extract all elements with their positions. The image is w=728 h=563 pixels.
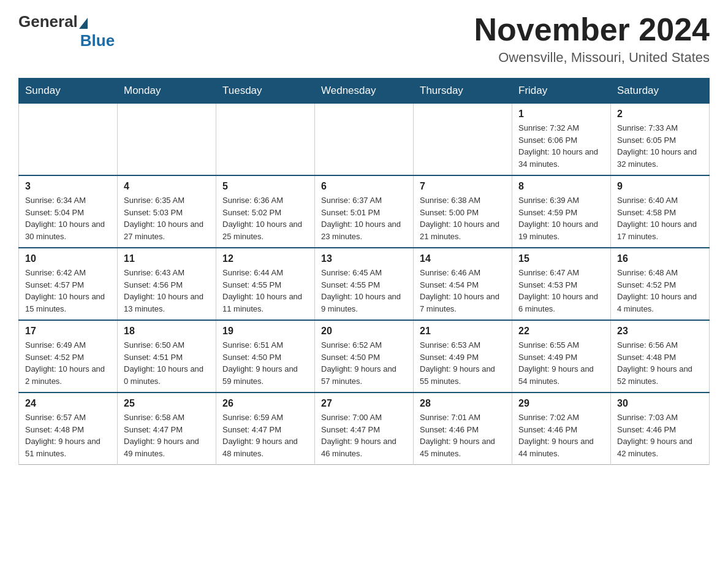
calendar-cell: 1Sunrise: 7:32 AMSunset: 6:06 PMDaylight… bbox=[512, 104, 611, 176]
calendar-cell: 12Sunrise: 6:44 AMSunset: 4:55 PMDayligh… bbox=[216, 248, 315, 320]
calendar-cell: 11Sunrise: 6:43 AMSunset: 4:56 PMDayligh… bbox=[118, 248, 216, 320]
day-info: Sunrise: 6:55 AMSunset: 4:49 PMDaylight:… bbox=[518, 339, 604, 387]
day-info: Sunrise: 7:33 AMSunset: 6:05 PMDaylight:… bbox=[617, 122, 703, 170]
day-number: 14 bbox=[420, 253, 506, 264]
col-wednesday: Wednesday bbox=[315, 79, 414, 104]
calendar-cell: 30Sunrise: 7:03 AMSunset: 4:46 PMDayligh… bbox=[611, 393, 710, 465]
title-block: November 2024 Owensville, Missouri, Unit… bbox=[474, 12, 710, 66]
calendar-week-row: 3Sunrise: 6:34 AMSunset: 5:04 PMDaylight… bbox=[19, 175, 710, 248]
location-title: Owensville, Missouri, United States bbox=[474, 50, 710, 66]
day-info: Sunrise: 6:36 AMSunset: 5:02 PMDaylight:… bbox=[222, 194, 308, 242]
day-info: Sunrise: 6:47 AMSunset: 4:53 PMDaylight:… bbox=[518, 267, 604, 315]
day-number: 29 bbox=[518, 398, 604, 409]
col-friday: Friday bbox=[512, 79, 611, 104]
day-info: Sunrise: 6:50 AMSunset: 4:51 PMDaylight:… bbox=[124, 339, 210, 387]
day-info: Sunrise: 6:59 AMSunset: 4:47 PMDaylight:… bbox=[222, 412, 308, 459]
day-info: Sunrise: 6:43 AMSunset: 4:56 PMDaylight:… bbox=[124, 267, 210, 315]
day-info: Sunrise: 7:32 AMSunset: 6:06 PMDaylight:… bbox=[518, 122, 604, 170]
calendar-cell: 21Sunrise: 6:53 AMSunset: 4:49 PMDayligh… bbox=[414, 320, 512, 393]
day-number: 28 bbox=[420, 398, 506, 409]
day-info: Sunrise: 6:51 AMSunset: 4:50 PMDaylight:… bbox=[222, 339, 308, 387]
page-header: General General Blue November 2024 Owens… bbox=[18, 12, 710, 66]
calendar-cell bbox=[414, 104, 512, 176]
day-number: 21 bbox=[420, 326, 506, 337]
day-number: 25 bbox=[124, 398, 210, 409]
calendar-week-row: 17Sunrise: 6:49 AMSunset: 4:52 PMDayligh… bbox=[19, 320, 710, 393]
calendar-cell: 29Sunrise: 7:02 AMSunset: 4:46 PMDayligh… bbox=[512, 393, 611, 465]
calendar-cell: 4Sunrise: 6:35 AMSunset: 5:03 PMDaylight… bbox=[118, 175, 216, 248]
calendar-cell: 25Sunrise: 6:58 AMSunset: 4:47 PMDayligh… bbox=[118, 393, 216, 465]
calendar-cell: 2Sunrise: 7:33 AMSunset: 6:05 PMDaylight… bbox=[611, 104, 710, 176]
day-number: 27 bbox=[321, 398, 407, 409]
col-sunday: Sunday bbox=[19, 79, 118, 104]
logo: General General Blue bbox=[18, 12, 115, 50]
logo-arrow-icon bbox=[79, 18, 88, 29]
day-info: Sunrise: 6:53 AMSunset: 4:49 PMDaylight:… bbox=[420, 339, 506, 387]
day-number: 7 bbox=[420, 181, 506, 192]
day-info: Sunrise: 6:42 AMSunset: 4:57 PMDaylight:… bbox=[25, 267, 111, 315]
logo-general-text: General bbox=[18, 12, 78, 31]
calendar-cell: 20Sunrise: 6:52 AMSunset: 4:50 PMDayligh… bbox=[315, 320, 414, 393]
day-info: Sunrise: 6:35 AMSunset: 5:03 PMDaylight:… bbox=[124, 194, 210, 242]
calendar-cell: 22Sunrise: 6:55 AMSunset: 4:49 PMDayligh… bbox=[512, 320, 611, 393]
day-info: Sunrise: 6:46 AMSunset: 4:54 PMDaylight:… bbox=[420, 267, 506, 315]
day-number: 22 bbox=[518, 326, 604, 337]
day-number: 15 bbox=[518, 253, 604, 264]
calendar-cell: 5Sunrise: 6:36 AMSunset: 5:02 PMDaylight… bbox=[216, 175, 315, 248]
calendar-cell: 6Sunrise: 6:37 AMSunset: 5:01 PMDaylight… bbox=[315, 175, 414, 248]
day-info: Sunrise: 6:39 AMSunset: 4:59 PMDaylight:… bbox=[518, 194, 604, 242]
day-number: 17 bbox=[25, 326, 111, 337]
day-info: Sunrise: 6:49 AMSunset: 4:52 PMDaylight:… bbox=[25, 339, 111, 387]
day-info: Sunrise: 6:58 AMSunset: 4:47 PMDaylight:… bbox=[124, 412, 210, 459]
day-number: 20 bbox=[321, 326, 407, 337]
day-number: 9 bbox=[617, 181, 703, 192]
day-number: 16 bbox=[617, 253, 703, 264]
day-number: 6 bbox=[321, 181, 407, 192]
day-info: Sunrise: 7:02 AMSunset: 4:46 PMDaylight:… bbox=[518, 412, 604, 459]
day-number: 13 bbox=[321, 253, 407, 264]
calendar-cell bbox=[118, 104, 216, 176]
calendar-cell: 27Sunrise: 7:00 AMSunset: 4:47 PMDayligh… bbox=[315, 393, 414, 465]
col-saturday: Saturday bbox=[611, 79, 710, 104]
day-number: 2 bbox=[617, 109, 703, 120]
day-number: 19 bbox=[222, 326, 308, 337]
calendar-cell: 19Sunrise: 6:51 AMSunset: 4:50 PMDayligh… bbox=[216, 320, 315, 393]
day-info: Sunrise: 6:56 AMSunset: 4:48 PMDaylight:… bbox=[617, 339, 703, 387]
calendar-cell: 10Sunrise: 6:42 AMSunset: 4:57 PMDayligh… bbox=[19, 248, 118, 320]
calendar-cell: 14Sunrise: 6:46 AMSunset: 4:54 PMDayligh… bbox=[414, 248, 512, 320]
day-number: 8 bbox=[518, 181, 604, 192]
day-number: 24 bbox=[25, 398, 111, 409]
day-number: 12 bbox=[222, 253, 308, 264]
day-info: Sunrise: 6:40 AMSunset: 4:58 PMDaylight:… bbox=[617, 194, 703, 242]
calendar-week-row: 10Sunrise: 6:42 AMSunset: 4:57 PMDayligh… bbox=[19, 248, 710, 320]
calendar-cell: 3Sunrise: 6:34 AMSunset: 5:04 PMDaylight… bbox=[19, 175, 118, 248]
logo-blue-text: Blue bbox=[80, 31, 115, 50]
day-number: 26 bbox=[222, 398, 308, 409]
day-info: Sunrise: 6:45 AMSunset: 4:55 PMDaylight:… bbox=[321, 267, 407, 315]
calendar-cell: 13Sunrise: 6:45 AMSunset: 4:55 PMDayligh… bbox=[315, 248, 414, 320]
day-number: 5 bbox=[222, 181, 308, 192]
col-tuesday: Tuesday bbox=[216, 79, 315, 104]
day-info: Sunrise: 6:52 AMSunset: 4:50 PMDaylight:… bbox=[321, 339, 407, 387]
day-info: Sunrise: 6:34 AMSunset: 5:04 PMDaylight:… bbox=[25, 194, 111, 242]
calendar-week-row: 1Sunrise: 7:32 AMSunset: 6:06 PMDaylight… bbox=[19, 104, 710, 176]
day-number: 11 bbox=[124, 253, 210, 264]
day-info: Sunrise: 6:57 AMSunset: 4:48 PMDaylight:… bbox=[25, 412, 111, 459]
calendar-cell bbox=[216, 104, 315, 176]
calendar-header-row: Sunday Monday Tuesday Wednesday Thursday… bbox=[19, 79, 710, 104]
calendar-cell: 17Sunrise: 6:49 AMSunset: 4:52 PMDayligh… bbox=[19, 320, 118, 393]
calendar-cell bbox=[19, 104, 118, 176]
calendar-cell bbox=[315, 104, 414, 176]
calendar-cell: 15Sunrise: 6:47 AMSunset: 4:53 PMDayligh… bbox=[512, 248, 611, 320]
day-number: 18 bbox=[124, 326, 210, 337]
calendar-cell: 24Sunrise: 6:57 AMSunset: 4:48 PMDayligh… bbox=[19, 393, 118, 465]
day-info: Sunrise: 6:38 AMSunset: 5:00 PMDaylight:… bbox=[420, 194, 506, 242]
calendar-cell: 23Sunrise: 6:56 AMSunset: 4:48 PMDayligh… bbox=[611, 320, 710, 393]
day-number: 30 bbox=[617, 398, 703, 409]
day-info: Sunrise: 6:48 AMSunset: 4:52 PMDaylight:… bbox=[617, 267, 703, 315]
col-monday: Monday bbox=[118, 79, 216, 104]
calendar-cell: 28Sunrise: 7:01 AMSunset: 4:46 PMDayligh… bbox=[414, 393, 512, 465]
month-title: November 2024 bbox=[474, 12, 710, 47]
day-number: 10 bbox=[25, 253, 111, 264]
day-info: Sunrise: 6:44 AMSunset: 4:55 PMDaylight:… bbox=[222, 267, 308, 315]
